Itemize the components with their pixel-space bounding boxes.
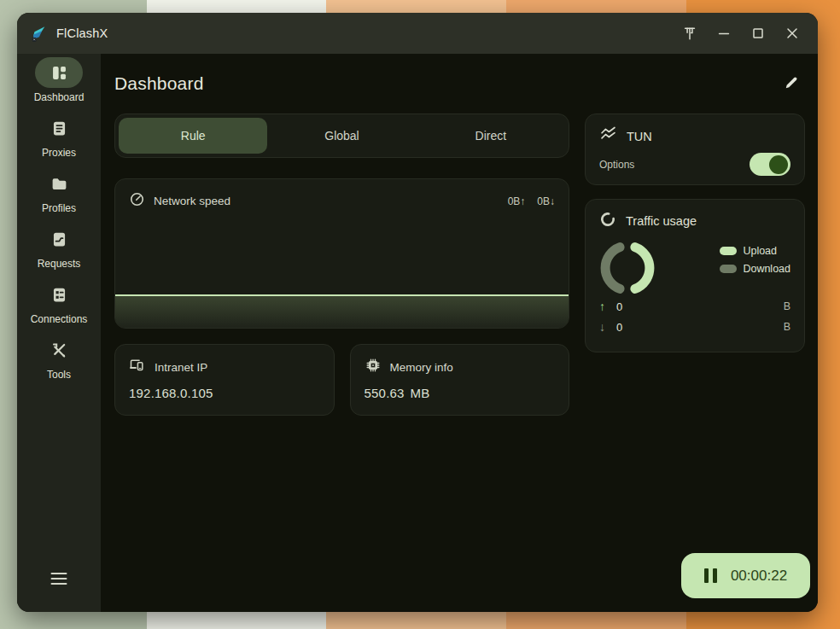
memory-info-title: Memory info	[390, 361, 453, 374]
tun-title: TUN	[627, 130, 652, 143]
minimize-button[interactable]	[710, 20, 738, 47]
sidebar-item-label: Connections	[31, 313, 88, 325]
download-speed: 0B↓	[537, 195, 555, 207]
titlebar[interactable]: FlClashX	[17, 13, 818, 54]
download-total-row: ↓ 0 B	[599, 317, 790, 337]
network-speed-title: Network speed	[154, 195, 230, 207]
edit-button[interactable]	[778, 69, 805, 99]
memory-chip-icon	[365, 357, 382, 377]
dashboard-icon	[35, 57, 83, 88]
timer-button[interactable]: 00:00:22	[681, 553, 810, 598]
tab-rule[interactable]: Rule	[119, 118, 267, 154]
network-speed-values: 0B↑ 0B↓	[508, 195, 555, 207]
app-title: FlClashX	[56, 26, 108, 40]
download-total-unit: B	[784, 321, 790, 333]
memory-info-value: 550.63MB	[365, 386, 556, 400]
upload-swatch	[720, 247, 737, 255]
sidebar-item-label: Dashboard	[34, 91, 85, 103]
window-controls	[676, 20, 806, 47]
traffic-usage-card: Traffic usage Upload	[585, 199, 805, 352]
connections-icon	[35, 279, 83, 310]
legend-label: Upload	[743, 245, 777, 257]
sidebar-item-proxies[interactable]: Proxies	[20, 113, 97, 159]
sidebar-item-label: Tools	[47, 369, 71, 381]
up-arrow-icon: ↑	[520, 195, 525, 207]
sidebar-item-connections[interactable]: Connections	[20, 279, 97, 325]
sidebar-item-dashboard[interactable]: Dashboard	[20, 57, 97, 103]
memory-info-card: Memory info 550.63MB	[350, 344, 570, 416]
app-window: FlClashX	[17, 13, 818, 612]
intranet-ip-card: Intranet IP 192.168.0.105	[114, 344, 335, 416]
legend-label: Download	[743, 263, 790, 275]
tab-direct[interactable]: Direct	[417, 118, 565, 154]
traffic-usage-title: Traffic usage	[626, 214, 697, 228]
tab-label: Global	[324, 129, 359, 143]
sidebar-item-label: Proxies	[42, 147, 76, 159]
upload-total-value: 0	[616, 300, 622, 313]
profiles-folder-icon	[35, 168, 83, 199]
tun-options-label: Options	[599, 159, 634, 171]
network-speed-chart	[115, 294, 569, 328]
tun-toggle[interactable]	[750, 153, 790, 176]
tools-icon	[35, 335, 83, 365]
toggle-thumb	[769, 155, 788, 174]
upload-total-unit: B	[784, 300, 790, 312]
close-button[interactable]	[779, 20, 806, 47]
legend-upload: Upload	[720, 245, 790, 257]
data-usage-icon	[599, 211, 616, 231]
legend-download: Download	[720, 263, 790, 275]
tun-card: TUN Options	[585, 114, 805, 185]
menu-button[interactable]	[46, 568, 73, 590]
traffic-legend: Upload Download	[720, 245, 790, 296]
proxies-icon	[35, 113, 83, 143]
memory-unit: MB	[411, 386, 430, 400]
sidebar-item-label: Requests	[38, 258, 81, 270]
maximize-button[interactable]	[744, 20, 772, 47]
intranet-ip-value: 192.168.0.105	[129, 386, 320, 400]
page-title: Dashboard	[114, 73, 204, 94]
down-arrow-icon: ↓	[599, 320, 616, 334]
tab-global[interactable]: Global	[267, 118, 416, 154]
app-logo-icon	[29, 24, 48, 43]
sidebar-item-requests[interactable]: Requests	[20, 224, 97, 270]
download-total-value: 0	[616, 321, 622, 334]
upload-total-row: ↑ 0 B	[599, 296, 790, 317]
download-swatch	[720, 265, 737, 273]
upload-speed: 0B↑	[508, 195, 526, 207]
sidebar-item-tools[interactable]: Tools	[20, 335, 97, 381]
sidebar-item-profiles[interactable]: Profiles	[20, 168, 97, 214]
tab-label: Rule	[181, 129, 206, 143]
pause-icon	[704, 568, 717, 583]
traffic-donut-chart	[599, 240, 656, 296]
sidebar: Dashboard Proxies Profiles	[17, 54, 101, 612]
tab-label: Direct	[475, 129, 507, 143]
network-speed-card: Network speed 0B↑ 0B↓	[114, 178, 569, 329]
outbound-mode-tabs: Rule Global Direct	[114, 114, 569, 158]
pin-button[interactable]	[676, 20, 703, 47]
timer-value: 00:00:22	[731, 568, 787, 585]
main-content: Dashboard Rule Global	[101, 54, 818, 612]
intranet-ip-title: Intranet IP	[155, 361, 207, 374]
devices-icon	[129, 357, 146, 377]
speedometer-icon	[129, 191, 145, 211]
requests-icon	[35, 224, 83, 254]
down-arrow-icon: ↓	[550, 195, 555, 207]
up-arrow-icon: ↑	[599, 300, 616, 313]
stacked-lines-icon	[599, 125, 617, 147]
sidebar-item-label: Profiles	[42, 202, 76, 214]
